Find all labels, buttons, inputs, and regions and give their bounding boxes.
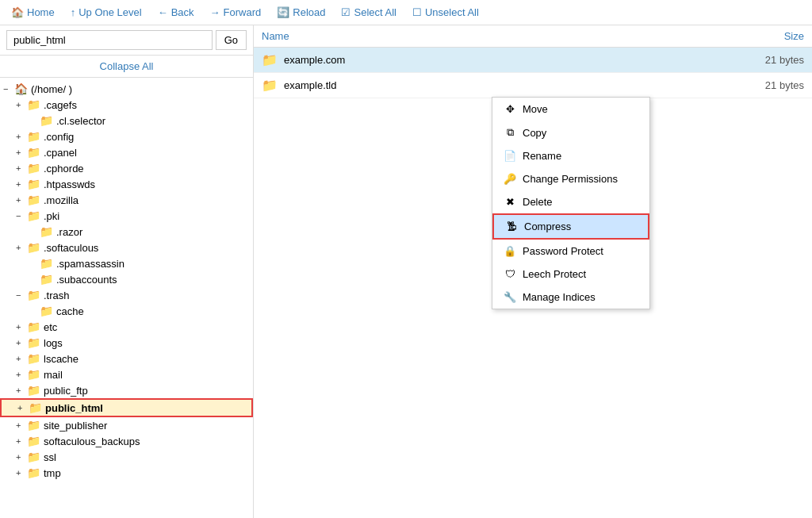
expander-icon[interactable]: − [3,84,14,94]
tree-item-softaculous[interactable]: +📁.softaculous [0,240,253,255]
expander-icon[interactable]: + [16,468,27,478]
folder-icon: 📁 [27,419,40,432]
tree-item-public_ftp[interactable]: +📁public_ftp [0,382,253,398]
tree-item-spamassassin[interactable]: 📁.spamassassin [0,255,253,271]
folder-icon: 📁 [27,162,40,175]
tree-item-trash[interactable]: −📁.trash [0,287,253,303]
tree-item-home[interactable]: −🏠(/home/ ) [0,81,253,97]
tree-item-mail[interactable]: +📁mail [0,366,253,382]
unselect-all-button[interactable]: ☐ Unselect All [409,5,482,20]
move-icon: ✥ [504,103,516,115]
context-menu-item-copy[interactable]: ⧉Copy [492,121,649,144]
context-menu-item-leech-protect[interactable]: 🛡Leech Protect [492,263,649,286]
reload-icon: 🔄 [277,6,289,18]
folder-icon: 📁 [40,257,53,270]
context-menu-label: Rename [523,150,561,162]
folder-icon: 📁 [27,178,40,190]
search-input[interactable] [6,30,213,50]
tree-item-label: .softaculous [44,242,98,254]
context-menu-item-password-protect[interactable]: 🔒Password Protect [492,240,649,263]
tree-item-cphorde[interactable]: +📁.cphorde [0,160,253,176]
expander-icon[interactable]: + [16,354,27,363]
file-tree: −🏠(/home/ )+📁.cagefs 📁.cl.selector+📁.con… [0,78,253,518]
tree-item-ssl[interactable]: +📁ssl [0,449,253,465]
tree-item-label: .pki [44,210,59,222]
expander-icon[interactable]: + [17,403,29,412]
tree-item-cagefs[interactable]: +📁.cagefs [0,97,253,113]
folder-icon: 📁 [40,305,53,317]
collapse-all-button[interactable]: Collapse All [0,56,253,78]
tree-item-label: lscache [44,353,79,365]
expander-icon[interactable]: + [16,322,27,332]
home-button[interactable]: 🏠 Home [8,5,58,20]
tree-item-htpasswds[interactable]: +📁.htpasswds [0,176,253,192]
expander-icon[interactable]: + [16,132,27,141]
context-menu-item-change-permissions[interactable]: 🔑Change Permissions [492,167,649,190]
tree-item-config[interactable]: +📁.config [0,129,253,144]
context-menu-label: Manage Indices [523,291,596,303]
folder-icon: 📁 [27,98,40,111]
folder-icon: 📁 [40,114,53,127]
context-menu-item-move[interactable]: ✥Move [492,98,649,121]
back-button[interactable]: ← Back [155,5,197,20]
tree-item-lscache[interactable]: +📁lscache [0,351,253,366]
folder-icon: 📁 [27,130,40,143]
expander-icon[interactable]: − [16,290,27,300]
sidebar-search: Go [0,25,253,56]
up-one-level-button[interactable]: ↑ Up One Level [67,5,145,20]
forward-button[interactable]: → Forward [207,5,265,20]
tree-item-label: public_html [45,402,103,414]
select-all-button[interactable]: ☑ Select All [338,5,399,20]
tree-item-softaculous_backups[interactable]: +📁softaculous_backups [0,433,253,449]
file-row[interactable]: 📁example.com21 bytes [254,48,812,73]
context-menu-item-manage-indices[interactable]: 🔧Manage Indices [492,286,649,309]
folder-icon: 📁 [29,401,42,414]
tree-item-label: .cphorde [44,163,84,175]
file-size: 21 bytes [709,54,804,66]
expander-icon[interactable]: + [16,163,27,173]
tree-item-etc[interactable]: +📁etc [0,319,253,335]
tree-item-subaccounts[interactable]: 📁.subaccounts [0,271,253,287]
context-menu-label: Password Protect [523,245,603,257]
tree-item-mozilla[interactable]: +📁.mozilla [0,192,253,208]
expander-icon[interactable]: + [16,148,27,157]
folder-icon: 📁 [27,320,40,333]
context-menu-item-delete[interactable]: ✖Delete [492,190,649,213]
tree-item-tmp[interactable]: +📁tmp [0,465,253,481]
folder-icon: 📁 [27,289,40,301]
expander-icon[interactable]: + [16,420,27,430]
file-row[interactable]: 📁example.tld21 bytes [254,73,812,98]
tree-item-logs[interactable]: +📁logs [0,335,253,351]
tree-item-cpanel[interactable]: +📁.cpanel [0,144,253,160]
expander-icon[interactable]: + [16,179,27,189]
expander-icon[interactable]: − [16,211,27,221]
tree-item-razor[interactable]: 📁.razor [0,224,253,240]
file-name: example.com [284,54,709,66]
tree-item-cl.selector[interactable]: 📁.cl.selector [0,113,253,129]
context-menu-label: Change Permissions [523,173,618,185]
context-menu-item-compress[interactable]: 🗜Compress [492,213,649,240]
expander-icon[interactable]: + [16,452,27,462]
tree-item-label: .cl.selector [56,115,105,127]
expander-icon[interactable]: + [16,100,27,109]
home-icon: 🏠 [11,6,24,18]
context-menu-item-rename[interactable]: 📄Rename [492,144,649,167]
expander-icon[interactable]: + [16,195,27,205]
go-button[interactable]: Go [216,30,247,50]
folder-icon: 📁 [27,435,40,447]
expander-icon[interactable]: + [16,243,27,252]
tree-item-public_html[interactable]: +📁public_html [0,398,253,417]
expander-icon[interactable]: + [16,436,27,446]
reload-button[interactable]: 🔄 Reload [274,5,328,20]
expander-icon[interactable]: + [16,370,27,379]
tree-item-pki[interactable]: −📁.pki [0,208,253,224]
delete-icon: ✖ [504,196,516,208]
tree-item-site_publisher[interactable]: +📁site_publisher [0,417,253,433]
expander-icon[interactable]: + [16,386,27,395]
tree-item-cache[interactable]: 📁cache [0,303,253,319]
expander-icon[interactable]: + [16,338,27,347]
folder-icon: 📁 [27,451,40,463]
context-menu-label: Delete [523,196,553,208]
folder-icon: 📁 [27,352,40,365]
context-menu-label: Move [523,103,548,115]
